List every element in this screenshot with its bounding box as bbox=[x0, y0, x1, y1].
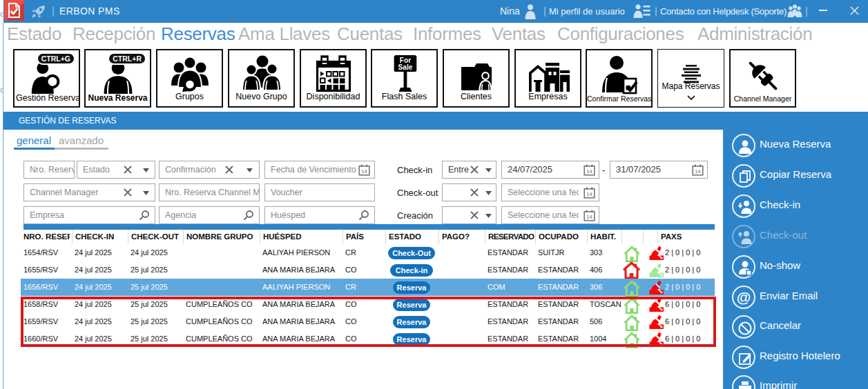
svg-text:Sale: Sale bbox=[398, 63, 412, 71]
svg-text:14: 14 bbox=[586, 214, 592, 220]
svg-text:14: 14 bbox=[361, 168, 367, 174]
svg-text:14: 14 bbox=[695, 168, 700, 174]
svg-text:14: 14 bbox=[586, 168, 592, 174]
svg-text:For: For bbox=[399, 57, 410, 64]
svg-text:14: 14 bbox=[586, 191, 592, 197]
